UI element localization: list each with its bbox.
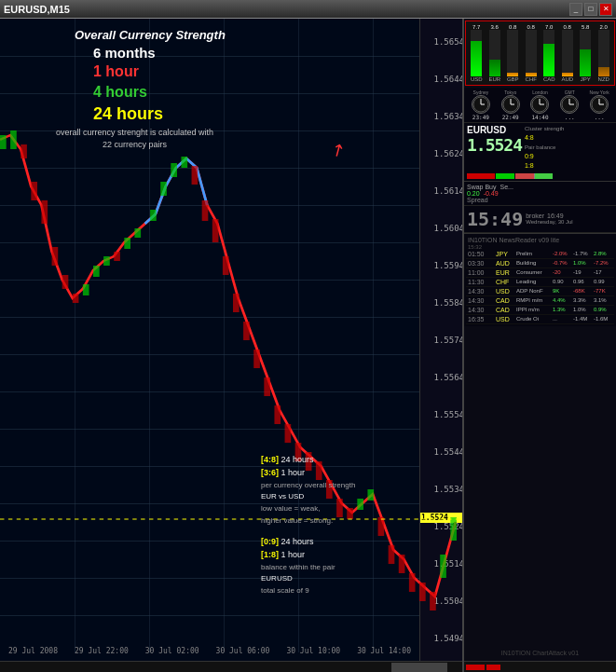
close-button[interactable]: ✕ [599, 3, 612, 16]
clock-london: London 14:40 [527, 89, 553, 120]
news-row-6: 14:30 CAD RMPI m/m 4.4% 3.3% 3.1% [466, 296, 614, 306]
bottom-bar [464, 661, 616, 672]
news-row-8: 16:35 USD Crude Oi ... -1.4M -1.6M [466, 315, 614, 324]
news-row-3: 11:00 EUR Consumer -20 -19 -17 [466, 268, 614, 278]
svg-rect-8 [83, 284, 89, 295]
svg-rect-10 [103, 256, 110, 266]
svg-rect-20 [212, 219, 219, 242]
svg-rect-21 [223, 256, 229, 275]
svg-rect-1 [10, 130, 17, 149]
svg-rect-34 [357, 499, 363, 510]
price-display-row: EURUSD 1.5524 Cluster strength 4:8 Pair … [467, 125, 613, 171]
svg-rect-39 [409, 573, 416, 592]
svg-rect-40 [419, 583, 426, 601]
swap-row: Swap Buy Se... [467, 184, 613, 190]
broker-time: 16:49 [547, 213, 564, 219]
svg-rect-2 [21, 144, 27, 158]
svg-rect-24 [253, 350, 260, 368]
clock-sydney: Sydney 23:49 [468, 89, 494, 120]
svg-rect-23 [243, 322, 250, 340]
svg-rect-31 [326, 480, 333, 499]
currency-bars-row: 7.7 USD 3.6 EUR 0.8 [468, 24, 612, 82]
svg-rect-41 [430, 592, 436, 610]
price-display-panel: EURUSD 1.5524 Cluster strength 4:8 Pair … [464, 123, 616, 182]
news-row-1: 01:50 JPY Prelim -2.0% -1.7% 2.8% [466, 250, 614, 259]
bar-nzd [598, 30, 609, 76]
news-row-2: 03:30 AUD Building -0.7% 1.0% -7.2% [466, 259, 614, 268]
cluster-strength-label: Cluster strength [525, 125, 564, 133]
svg-rect-38 [399, 555, 405, 573]
minimize-button[interactable]: _ [569, 3, 582, 16]
clock-face-newyork [590, 95, 609, 114]
cluster-val1: 4:8 [525, 133, 564, 144]
window-controls: _ □ ✕ [569, 3, 612, 16]
bar-jpy [580, 30, 591, 76]
svg-rect-14 [150, 210, 157, 221]
mini-bar-red [467, 173, 495, 179]
news-row-7: 14:30 CAD IPPI m/m 1.3% 1.0% 0.9% [466, 306, 614, 315]
mini-bar-mixed [515, 173, 553, 179]
bar-cad [543, 30, 554, 76]
chart-area[interactable]: 1.5654 1.5644 1.5634 1.5624 1.5614 1.560… [0, 19, 466, 672]
currency-bar-aud: 0.8 AUD [559, 24, 576, 82]
broker-info: broker 16:49 Wednesday, 30 Jul [526, 213, 572, 225]
svg-rect-32 [336, 499, 343, 517]
news-panel: IN10TION NewsReader v09 lite 15:32 01:50… [464, 233, 616, 326]
svg-rect-4 [41, 200, 48, 224]
maximize-button[interactable]: □ [584, 3, 597, 16]
big-price-display: 1.5524 [467, 135, 522, 155]
currency-bar-chf: 0.8 CHF [523, 24, 540, 82]
svg-rect-3 [31, 182, 37, 200]
svg-rect-33 [347, 508, 353, 519]
currency-strength-panel: 7.7 USD 3.6 EUR 0.8 [465, 21, 615, 86]
svg-rect-13 [134, 228, 141, 238]
mini-bars [467, 173, 613, 179]
bar-aud [562, 30, 573, 76]
bottom-indicator-2 [486, 665, 500, 670]
svg-rect-36 [378, 517, 385, 536]
clock-face-sydney [472, 95, 490, 114]
time-panel: 15:49 broker 16:49 Wednesday, 30 Jul [464, 206, 616, 233]
svg-rect-0 [0, 135, 7, 149]
svg-rect-19 [202, 200, 209, 221]
chart-svg [0, 19, 466, 652]
price-display-left: EURUSD 1.5524 [467, 125, 522, 155]
bar-eur [489, 30, 500, 76]
currency-bar-cad: 7.0 CAD [541, 24, 557, 82]
currency-bar-eur: 3.6 EUR [486, 24, 503, 82]
svg-rect-42 [440, 555, 446, 578]
svg-rect-9 [93, 266, 100, 277]
clock-face-tokyo [501, 95, 520, 114]
svg-rect-17 [181, 157, 187, 168]
swap-spread-panel: Swap Buy Se... 0.20 -0.49 Spread [464, 182, 616, 206]
svg-rect-6 [62, 275, 69, 289]
news-row-5: 14:30 USD ADP NonF 9K -68K -77K [466, 287, 614, 296]
pair-display-label: EURUSD [467, 125, 522, 135]
swap-values: 0.20 -0.49 [467, 190, 613, 197]
balance-label: Pair balance [525, 144, 564, 152]
cluster-val2: 0:9 [525, 152, 564, 162]
svg-rect-30 [316, 461, 322, 480]
svg-rect-26 [274, 405, 281, 424]
cluster-panel: Cluster strength 4:8 Pair balance 0:9 1:… [525, 125, 564, 171]
bar-usd [471, 30, 482, 76]
currency-bar-gbp: 0.8 GBP [504, 24, 521, 82]
horizontal-scrollbar[interactable] [0, 661, 466, 672]
svg-rect-7 [73, 294, 79, 303]
svg-rect-43 [450, 517, 457, 541]
clock-gmt: GMT ... [556, 89, 582, 120]
news-header: IN10TION NewsReader v09 lite [466, 236, 614, 244]
main-area: 1.5654 1.5644 1.5634 1.5624 1.5614 1.560… [0, 19, 616, 672]
svg-rect-16 [171, 163, 177, 177]
svg-rect-25 [264, 377, 270, 396]
spread-label: Spread [467, 197, 613, 203]
swap-buy-val: 0.20 [467, 190, 480, 197]
titlebar: EURUSD,M15 _ □ ✕ [0, 0, 616, 19]
watermark-text: IN10TION ChartAttack v01 [501, 650, 579, 656]
date-display: Wednesday, 30 Jul [526, 219, 572, 225]
window-title: EURUSD,M15 [4, 4, 70, 15]
svg-rect-15 [160, 182, 167, 196]
news-row-4: 11:30 CHF Leading 0.90 0.96 0.99 [466, 278, 614, 287]
svg-rect-29 [306, 452, 312, 471]
svg-rect-11 [114, 252, 120, 261]
